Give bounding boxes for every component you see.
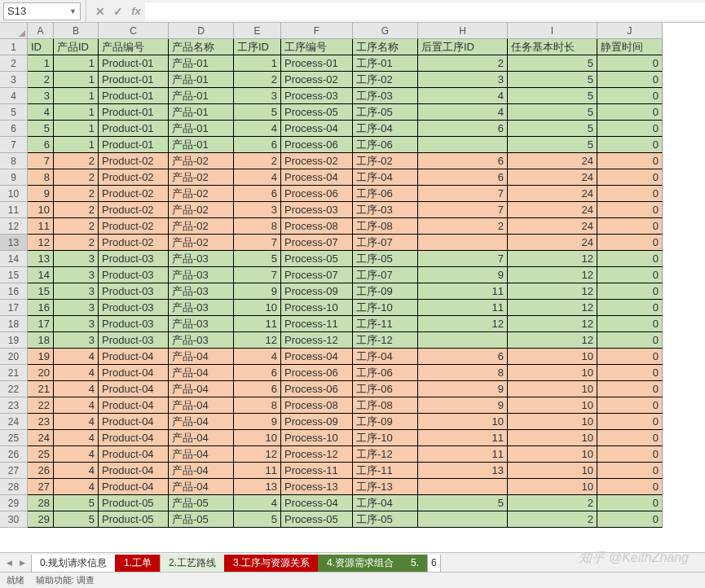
data-cell[interactable]: 2 <box>234 153 281 169</box>
data-cell[interactable]: 工序-07 <box>353 267 418 283</box>
data-cell[interactable]: 26 <box>28 463 54 479</box>
header-cell[interactable]: 工序编号 <box>281 39 353 55</box>
data-cell[interactable]: 2 <box>54 202 99 218</box>
data-cell[interactable]: 工序-05 <box>353 104 418 121</box>
data-cell[interactable]: 工序-06 <box>353 381 418 397</box>
data-cell[interactable]: Process-09 <box>281 414 353 430</box>
data-cell[interactable]: Product-04 <box>99 446 169 463</box>
data-cell[interactable]: 工序-04 <box>353 349 418 365</box>
data-cell[interactable]: 2 <box>54 153 99 169</box>
row-header-14[interactable]: 14 <box>0 251 28 267</box>
formula-input[interactable] <box>145 2 705 20</box>
data-cell[interactable]: 产品-01 <box>169 137 234 153</box>
data-cell[interactable]: Process-06 <box>281 137 353 153</box>
data-cell[interactable]: 5 <box>28 121 54 137</box>
data-cell[interactable]: Product-01 <box>99 137 169 153</box>
header-cell[interactable]: 静置时间 <box>597 39 663 55</box>
data-cell[interactable]: 工序-10 <box>353 430 418 446</box>
data-cell[interactable]: 9 <box>418 381 508 397</box>
name-box[interactable]: S13 ▼ <box>3 2 81 20</box>
data-cell[interactable]: 7 <box>418 251 508 267</box>
header-cell[interactable]: 产品编号 <box>99 39 169 55</box>
data-cell[interactable]: Product-04 <box>99 349 169 365</box>
data-cell[interactable]: 5 <box>54 511 99 528</box>
data-cell[interactable]: 11 <box>418 446 508 463</box>
data-cell[interactable]: 11 <box>234 463 281 479</box>
col-header-F[interactable]: F <box>281 23 353 39</box>
data-cell[interactable]: Product-02 <box>99 218 169 235</box>
data-cell[interactable]: Product-05 <box>99 511 169 528</box>
data-cell[interactable]: 0 <box>597 316 663 332</box>
data-cell[interactable]: 12 <box>508 251 597 267</box>
data-cell[interactable]: Product-02 <box>99 169 169 186</box>
data-cell[interactable]: Product-03 <box>99 251 169 267</box>
data-cell[interactable]: Product-04 <box>99 381 169 397</box>
data-cell[interactable]: 工序-04 <box>353 121 418 137</box>
row-header-25[interactable]: 25 <box>0 430 28 446</box>
data-cell[interactable]: 2 <box>508 511 597 528</box>
data-cell[interactable]: 产品-04 <box>169 446 234 463</box>
row-header-26[interactable]: 26 <box>0 446 28 463</box>
data-cell[interactable]: 产品-02 <box>169 235 234 251</box>
data-cell[interactable]: 工序-11 <box>353 463 418 479</box>
data-cell[interactable]: 产品-04 <box>169 463 234 479</box>
data-cell[interactable]: 6 <box>418 169 508 186</box>
sheet-tab[interactable]: 0.规划请求信息 <box>31 555 116 573</box>
tab-nav[interactable]: ◀ ▶ <box>0 559 31 567</box>
col-header-C[interactable]: C <box>99 23 169 39</box>
header-cell[interactable]: 产品ID <box>54 39 99 55</box>
data-cell[interactable]: 10 <box>508 349 597 365</box>
data-cell[interactable]: 产品-03 <box>169 251 234 267</box>
data-cell[interactable]: 6 <box>418 121 508 137</box>
data-cell[interactable]: 产品-04 <box>169 414 234 430</box>
data-cell[interactable]: Product-01 <box>99 72 169 88</box>
data-cell[interactable]: 产品-02 <box>169 202 234 218</box>
col-header-H[interactable]: H <box>418 23 508 39</box>
data-cell[interactable]: 6 <box>28 137 54 153</box>
data-cell[interactable]: 3 <box>54 283 99 300</box>
data-cell[interactable]: Product-03 <box>99 283 169 300</box>
data-cell[interactable]: 12 <box>508 283 597 300</box>
header-cell[interactable]: ID <box>28 39 54 55</box>
nav-last-icon[interactable]: ▶ <box>16 559 28 567</box>
data-cell[interactable]: 4 <box>54 365 99 381</box>
data-cell[interactable]: 工序-04 <box>353 495 418 511</box>
data-cell[interactable]: Process-05 <box>281 251 353 267</box>
data-cell[interactable]: 2 <box>54 235 99 251</box>
data-cell[interactable]: 4 <box>418 88 508 104</box>
data-cell[interactable]: 7 <box>28 153 54 169</box>
data-cell[interactable]: Process-04 <box>281 349 353 365</box>
row-header-27[interactable]: 27 <box>0 463 28 479</box>
data-cell[interactable]: Process-11 <box>281 316 353 332</box>
data-cell[interactable]: Process-03 <box>281 88 353 104</box>
sheet-tab[interactable]: 2.工艺路线 <box>160 555 225 573</box>
header-cell[interactable]: 后置工序ID <box>418 39 508 55</box>
data-cell[interactable]: 12 <box>234 446 281 463</box>
data-cell[interactable]: 12 <box>508 267 597 283</box>
data-cell[interactable]: 4 <box>54 349 99 365</box>
data-cell[interactable]: 2 <box>418 218 508 235</box>
data-cell[interactable]: 0 <box>597 186 663 202</box>
data-cell[interactable]: 产品-04 <box>169 430 234 446</box>
data-cell[interactable]: 2 <box>28 72 54 88</box>
data-cell[interactable]: 工序-05 <box>353 251 418 267</box>
data-cell[interactable] <box>418 235 508 251</box>
data-cell[interactable]: 4 <box>54 463 99 479</box>
data-cell[interactable]: 13 <box>234 479 281 495</box>
data-cell[interactable]: Process-13 <box>281 479 353 495</box>
data-cell[interactable]: 3 <box>28 88 54 104</box>
data-cell[interactable]: 10 <box>508 365 597 381</box>
data-cell[interactable]: 0 <box>597 430 663 446</box>
data-cell[interactable]: 11 <box>418 300 508 316</box>
data-cell[interactable]: 10 <box>508 430 597 446</box>
data-cell[interactable]: 7 <box>234 267 281 283</box>
data-cell[interactable]: 产品-02 <box>169 218 234 235</box>
data-cell[interactable]: 10 <box>508 381 597 397</box>
data-cell[interactable]: 12 <box>508 332 597 349</box>
data-cell[interactable]: 22 <box>28 397 54 414</box>
data-cell[interactable]: Process-05 <box>281 104 353 121</box>
data-cell[interactable]: Process-07 <box>281 235 353 251</box>
data-cell[interactable]: 12 <box>508 300 597 316</box>
data-cell[interactable]: 0 <box>597 332 663 349</box>
row-header-3[interactable]: 3 <box>0 72 28 88</box>
